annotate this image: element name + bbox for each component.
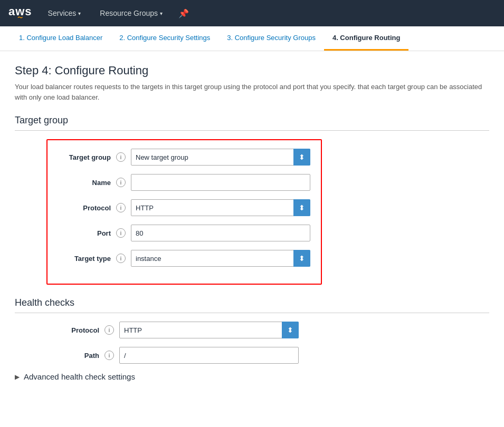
step-3[interactable]: 3. Configure Security Groups (218, 26, 324, 51)
health-protocol-label: Protocol (46, 326, 104, 334)
health-checks-divider (15, 313, 489, 313)
protocol-select-wrapper: HTTP ⬍ (131, 199, 310, 216)
health-protocol-info-icon[interactable]: i (104, 325, 114, 335)
target-group-select[interactable]: New target group (131, 149, 310, 166)
target-type-row: Target type i instance ⬍ (58, 250, 310, 267)
services-chevron-icon: ▾ (78, 11, 81, 16)
advanced-toggle-icon: ▶ (15, 373, 20, 381)
aws-logo-smile: 〜 (17, 15, 23, 21)
name-input[interactable] (131, 174, 310, 191)
target-group-section-title: Target group (15, 115, 489, 126)
page-title: Step 4: Configure Routing (15, 64, 489, 77)
resource-groups-label: Resource Groups (100, 9, 158, 17)
pin-icon[interactable]: 📌 (178, 8, 189, 18)
port-input[interactable] (131, 225, 310, 241)
page-description: Your load balancer routes requests to th… (15, 82, 489, 102)
health-protocol-select-wrapper: HTTP ⬍ (119, 322, 299, 338)
port-row: Port i (58, 225, 310, 241)
resource-groups-nav-item[interactable]: Resource Groups ▾ (97, 7, 166, 20)
main-content: Step 4: Configure Routing Your load bala… (0, 51, 504, 394)
target-group-highlight-box: Target group i New target group ⬍ Name i… (46, 139, 322, 285)
target-group-select-wrapper: New target group ⬍ (131, 149, 310, 166)
steps-bar: 1. Configure Load Balancer 2. Configure … (0, 26, 504, 51)
target-type-label: Target type (58, 255, 116, 263)
services-nav-item[interactable]: Services ▾ (45, 7, 84, 20)
health-protocol-select[interactable]: HTTP (119, 322, 299, 338)
health-path-label: Path (46, 352, 104, 360)
resource-groups-chevron-icon: ▾ (160, 11, 163, 16)
target-group-row: Target group i New target group ⬍ (58, 149, 310, 166)
advanced-health-check-label: Advanced health check settings (24, 372, 135, 381)
protocol-label: Protocol (58, 204, 116, 212)
health-checks-section-title: Health checks (15, 297, 489, 308)
target-group-info-icon[interactable]: i (116, 152, 126, 162)
target-group-divider (15, 130, 489, 131)
target-group-label: Target group (58, 153, 116, 161)
port-info-icon[interactable]: i (116, 228, 126, 238)
top-navigation: aws 〜 Services ▾ Resource Groups ▾ 📌 (0, 0, 504, 26)
protocol-row: Protocol i HTTP ⬍ (58, 199, 310, 216)
services-label: Services (48, 9, 77, 17)
health-path-input[interactable] (119, 347, 299, 364)
step-1[interactable]: 1. Configure Load Balancer (11, 26, 111, 51)
name-row: Name i (58, 174, 310, 191)
name-info-icon[interactable]: i (116, 178, 126, 187)
health-path-row: Path i (46, 347, 489, 364)
advanced-health-check-section[interactable]: ▶ Advanced health check settings (15, 372, 489, 381)
port-label: Port (58, 229, 116, 237)
aws-logo: aws 〜 (8, 6, 32, 21)
health-protocol-row: Protocol i HTTP ⬍ (46, 322, 489, 338)
step-4[interactable]: 4. Configure Routing (324, 26, 409, 51)
health-checks-form: Protocol i HTTP ⬍ Path i (46, 322, 489, 364)
protocol-select[interactable]: HTTP (131, 199, 310, 216)
target-type-select-wrapper: instance ⬍ (131, 250, 310, 267)
step-2[interactable]: 2. Configure Security Settings (111, 26, 218, 51)
protocol-info-icon[interactable]: i (116, 203, 126, 212)
target-type-info-icon[interactable]: i (116, 254, 126, 263)
target-type-select[interactable]: instance (131, 250, 310, 267)
health-path-info-icon[interactable]: i (104, 351, 114, 360)
name-label: Name (58, 179, 116, 187)
